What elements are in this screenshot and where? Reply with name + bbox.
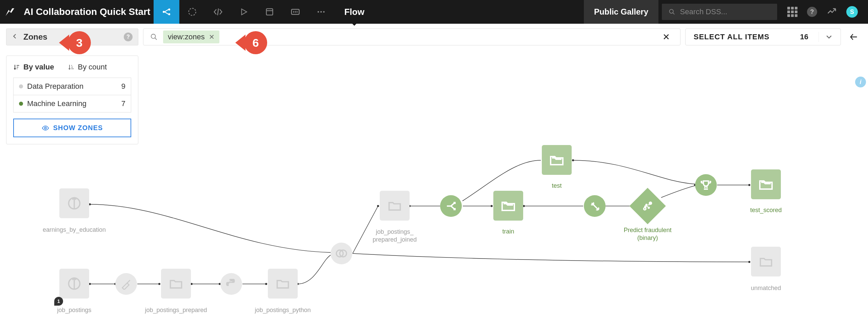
dataset-job-postings-prepared[interactable] (161, 269, 191, 299)
svg-point-22 (491, 205, 493, 207)
filter-chip-viewzones: view:zones ✕ (163, 30, 219, 43)
dataset-test[interactable] (542, 145, 572, 175)
recipe-join[interactable] (331, 243, 352, 264)
select-all-box[interactable]: SELECT ALL ITEMS 16 (685, 28, 841, 45)
nav-more-icon[interactable] (308, 0, 334, 24)
apps-grid-icon[interactable] (787, 7, 797, 17)
flow-tab-label[interactable]: Flow (334, 0, 374, 24)
svg-point-15 (158, 283, 160, 285)
node-label: job_postings_python (255, 307, 311, 314)
node-label: job_postings (57, 307, 91, 314)
project-title[interactable]: AI Collaboration Quick Start (20, 6, 154, 17)
dataset-unmatched[interactable] (751, 247, 781, 276)
node-label: job_postings_prepared (145, 307, 207, 314)
node-label: earnings_by_education (43, 226, 106, 233)
recipe-split[interactable] (440, 195, 462, 217)
filter-clear-icon[interactable]: ✕ (659, 32, 673, 42)
svg-rect-4 (267, 9, 273, 15)
filter-chip-label: view:zones (168, 33, 205, 41)
svg-point-35 (648, 207, 649, 208)
search-icon (669, 8, 675, 16)
nav-flow-icon[interactable] (154, 0, 179, 24)
public-gallery-button[interactable]: Public Gallery (584, 0, 658, 24)
recipe-train-model[interactable] (584, 195, 606, 217)
svg-point-18 (265, 283, 267, 285)
user-avatar[interactable]: S (846, 6, 858, 18)
svg-point-3 (189, 8, 196, 16)
global-search-input[interactable] (680, 7, 770, 16)
global-search[interactable] (662, 4, 777, 20)
zones-help-icon[interactable]: ? (124, 33, 133, 41)
dataset-train[interactable] (493, 191, 523, 221)
svg-point-1 (169, 8, 171, 11)
dataset-joined[interactable] (380, 191, 410, 221)
info-icon[interactable]: i (855, 77, 866, 87)
svg-point-9 (669, 9, 673, 13)
svg-point-8 (323, 11, 325, 13)
node-label: train (502, 228, 514, 235)
node-label: test_scored (750, 207, 782, 214)
svg-point-27 (748, 261, 750, 263)
nav-run-icon[interactable] (231, 0, 257, 24)
svg-point-34 (646, 204, 647, 205)
nav-recipe-icon[interactable] (179, 0, 205, 24)
zones-back-icon[interactable] (12, 33, 18, 41)
svg-point-7 (320, 11, 322, 13)
svg-point-24 (572, 159, 574, 161)
svg-point-6 (318, 11, 319, 13)
dataset-job-postings[interactable] (59, 269, 89, 299)
search-icon (150, 33, 158, 41)
node-label: Predict fraudulent (binary) (624, 226, 671, 242)
select-all-chevron-icon[interactable] (818, 32, 832, 42)
svg-point-26 (748, 184, 750, 186)
dataset-earnings-by-education[interactable] (59, 188, 89, 218)
comment-badge[interactable]: 1 (54, 297, 63, 306)
help-icon[interactable]: ? (807, 7, 817, 17)
filter-chip-remove-icon[interactable]: ✕ (209, 33, 215, 41)
recipe-python[interactable] (220, 273, 242, 295)
node-label: test (552, 182, 561, 189)
select-all-count: 16 (800, 33, 808, 41)
recipe-score[interactable] (695, 174, 717, 196)
model-predict-fraudulent[interactable] (629, 188, 666, 224)
nav-code-icon[interactable] (205, 0, 231, 24)
flow-filter-box[interactable]: view:zones ✕ ✕ (143, 28, 680, 45)
node-label: job_postings_ prepared_joined (373, 228, 417, 244)
recipe-prepare[interactable] (115, 273, 137, 295)
dataset-job-postings-python[interactable] (268, 269, 298, 299)
nav-dashboard-icon[interactable] (257, 0, 282, 24)
svg-point-20 (377, 205, 379, 207)
collapse-right-panel-icon[interactable] (846, 28, 862, 45)
dataset-test-scored[interactable] (751, 169, 781, 199)
node-label: unmatched (751, 285, 781, 292)
svg-point-2 (169, 13, 171, 15)
svg-point-36 (645, 206, 646, 207)
logo[interactable] (0, 0, 20, 24)
nav-wiki-icon[interactable] (282, 0, 308, 24)
svg-point-10 (151, 34, 156, 39)
select-all-label: SELECT ALL ITEMS (694, 33, 770, 41)
activity-icon[interactable] (827, 6, 837, 18)
zones-title: Zones (23, 32, 47, 42)
svg-point-0 (163, 11, 165, 13)
flow-canvas[interactable]: earnings_by_education 1 job_postings job… (0, 50, 868, 328)
